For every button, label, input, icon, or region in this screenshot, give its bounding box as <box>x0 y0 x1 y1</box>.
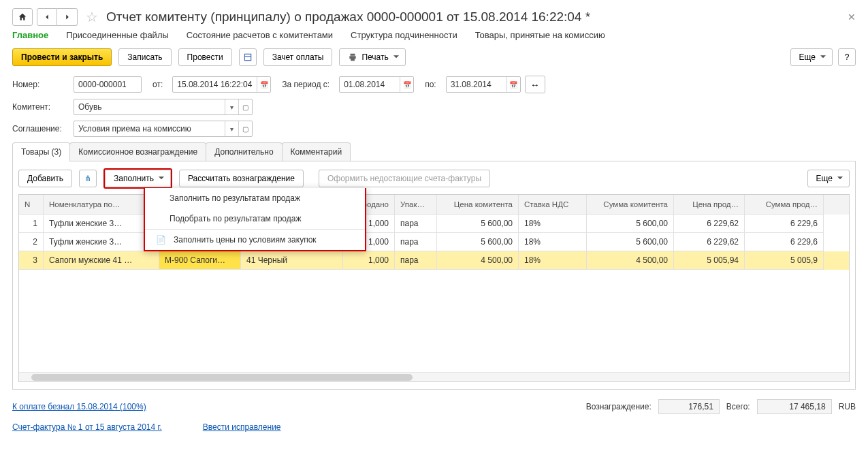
page-title: Отчет комитенту (принципалу) о продажах … <box>106 10 590 25</box>
print-button[interactable]: Печать <box>339 48 405 66</box>
printer-icon <box>348 52 357 62</box>
open-icon[interactable]: ▢ <box>238 121 252 136</box>
save-button[interactable]: Записать <box>118 48 171 66</box>
dd-fill-prices-label: Заполнить цены по условиям закупок <box>174 235 317 245</box>
sub-tab-goods[interactable]: Товары (3) <box>12 142 70 161</box>
col-sum[interactable]: Сумма комитента <box>587 195 674 215</box>
favorite-star-icon[interactable]: ☆ <box>86 9 98 25</box>
number-field[interactable]: 0000-000001 <box>74 76 142 93</box>
post-and-close-button[interactable]: Провести и закрыть <box>12 48 112 66</box>
col-pack[interactable]: Упак… <box>395 195 437 215</box>
scrollbar-thumb[interactable] <box>31 374 413 381</box>
calendar-icon[interactable]: 📅 <box>507 77 520 92</box>
payment-link[interactable]: К оплате безнал 15.08.2014 (100%) <box>12 402 146 411</box>
correction-link[interactable]: Ввести исправление <box>203 422 281 432</box>
help-button[interactable]: ? <box>838 48 856 66</box>
open-icon[interactable]: ▢ <box>238 99 252 114</box>
col-price[interactable]: Цена комитента <box>437 195 519 215</box>
dropdown-icon[interactable]: ▾ <box>225 121 238 136</box>
calendar-icon[interactable]: 📅 <box>257 77 270 92</box>
dt-kt-button[interactable] <box>239 48 257 66</box>
post-button[interactable]: Провести <box>178 48 232 66</box>
col-n[interactable]: N <box>19 195 44 215</box>
close-button[interactable]: ✕ <box>848 12 856 22</box>
calendar-icon[interactable]: 📅 <box>400 77 413 92</box>
from-date-field[interactable]: 15.08.2014 16:22:04 📅 <box>172 76 271 93</box>
dropdown-icon[interactable]: ▾ <box>225 99 238 114</box>
col-vat[interactable]: Ставка НДС <box>519 195 587 215</box>
dd-pick-by-sales[interactable]: Подобрать по результатам продаж <box>145 208 365 229</box>
komitent-field[interactable]: Обувь ▾ ▢ <box>74 99 253 115</box>
period-from-label: За период с: <box>282 80 329 89</box>
home-icon <box>18 12 27 22</box>
link-button[interactable]: ⋔ <box>79 170 97 187</box>
sub-tab-extra[interactable]: Дополнительно <box>206 142 282 161</box>
from-label: от: <box>152 80 163 89</box>
col-price-sale[interactable]: Цена прод… <box>674 195 745 215</box>
number-label: Номер: <box>12 80 69 89</box>
fill-dropdown: Заполнить по результатам продаж Подобрат… <box>144 188 366 251</box>
sync-icon: ↔ <box>530 80 539 90</box>
invoice-link[interactable]: Счет-фактура № 1 от 15 августа 2014 г. <box>12 422 162 432</box>
dd-fill-by-sales[interactable]: Заполнить по результатам продаж <box>145 188 365 208</box>
tab-structure[interactable]: Структура подчиненности <box>351 30 457 40</box>
period-from-field[interactable]: 01.08.2014 📅 <box>339 76 414 93</box>
grid-horizontal-scrollbar[interactable] <box>19 372 849 381</box>
currency-label: RUB <box>839 402 856 411</box>
table-row[interactable]: 3 Сапоги мужские 41 … М-900 Сапоги… 41 Ч… <box>19 251 849 270</box>
tab-main[interactable]: Главное <box>12 30 48 40</box>
create-invoices-button[interactable]: Оформить недостающие счета-фактуры <box>319 170 490 187</box>
calc-fee-button[interactable]: Рассчитать вознаграждение <box>179 170 304 187</box>
home-button[interactable] <box>12 8 33 26</box>
col-sum-sale[interactable]: Сумма прод… <box>745 195 824 215</box>
dd-fill-prices[interactable]: 📄 Заполнить цены по условиям закупок <box>145 229 365 250</box>
add-row-button[interactable]: Добавить <box>18 170 72 187</box>
panel-more-button[interactable]: Еще <box>807 170 850 187</box>
sub-tab-comment[interactable]: Комментарий <box>282 142 351 161</box>
period-to-field[interactable]: 31.08.2014 📅 <box>446 76 521 93</box>
tab-settlements[interactable]: Состояние расчетов с комитентами <box>187 30 333 40</box>
fee-label: Вознаграждение: <box>586 402 652 411</box>
arrow-right-icon <box>63 12 72 22</box>
svg-rect-0 <box>244 54 251 60</box>
link-icon: ⋔ <box>84 174 91 183</box>
agreement-field[interactable]: Условия приема на комиссию ▾ ▢ <box>74 121 253 137</box>
price-fill-icon: 📄 <box>155 235 167 245</box>
to-label: по: <box>425 80 436 89</box>
print-label: Печать <box>361 52 388 62</box>
ledger-icon <box>243 52 253 62</box>
more-button[interactable]: Еще <box>790 48 833 66</box>
sub-tab-fee[interactable]: Комиссионное вознаграждение <box>69 142 206 161</box>
payment-offset-button[interactable]: Зачет оплаты <box>263 48 333 66</box>
komitent-label: Комитент: <box>12 102 69 112</box>
tab-commission-goods[interactable]: Товары, принятые на комиссию <box>475 30 605 40</box>
col-nomenclature[interactable]: Номенклатура по… <box>44 195 159 215</box>
fee-value: 176,51 <box>658 399 720 414</box>
total-value: 17 465,18 <box>757 399 832 414</box>
period-sync-button[interactable]: ↔ <box>525 76 545 93</box>
tab-files[interactable]: Присоединенные файлы <box>66 30 169 40</box>
nav-forward-button[interactable] <box>57 8 78 26</box>
nav-back-button[interactable] <box>37 8 57 26</box>
agreement-label: Соглашение: <box>12 124 69 134</box>
total-label: Всего: <box>726 402 750 411</box>
fill-button[interactable]: Заполнить <box>105 170 171 187</box>
arrow-left-icon <box>42 12 52 22</box>
